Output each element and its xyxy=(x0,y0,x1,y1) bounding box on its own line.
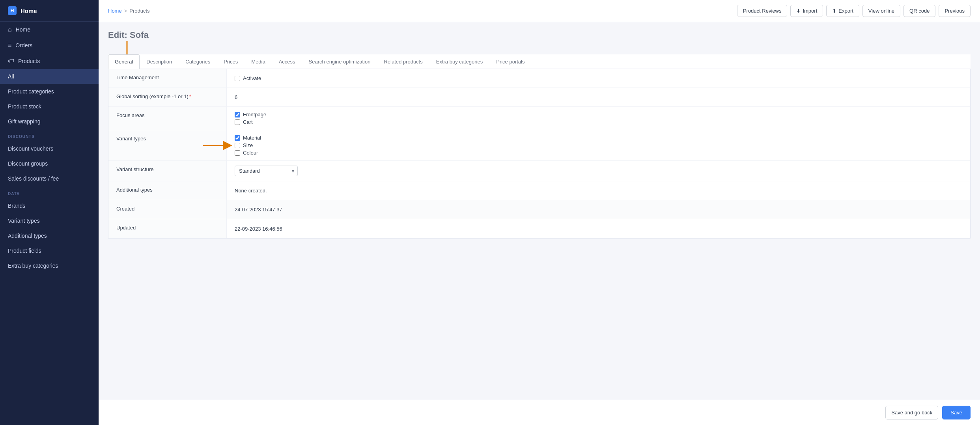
logo-icon: H xyxy=(8,6,17,15)
tab-description[interactable]: Description xyxy=(140,54,179,69)
breadcrumb: Home > Products xyxy=(108,8,150,14)
import-button[interactable]: ⬇ Import xyxy=(790,5,823,17)
export-icon: ⬆ xyxy=(832,8,836,14)
data-section-label: DATA xyxy=(0,186,99,198)
focus-cart-row: Cart xyxy=(235,119,253,125)
export-button[interactable]: ⬆ Export xyxy=(826,5,859,17)
variant-colour-row: Colour xyxy=(235,150,258,156)
variant-size-checkbox[interactable] xyxy=(235,143,240,148)
variant-size-row: Size xyxy=(235,142,253,148)
additional-types-label: Additional types xyxy=(108,181,227,200)
tab-media[interactable]: Media xyxy=(245,54,272,69)
time-management-checkbox[interactable] xyxy=(235,76,240,81)
tab-prices[interactable]: Prices xyxy=(217,54,245,69)
sidebar-all-label: All xyxy=(8,73,14,80)
sidebar-item-home-label: Home xyxy=(16,26,30,33)
orders-icon: ≡ xyxy=(8,42,11,49)
global-sorting-row: Global sorting (example -1 or 1) * 6 xyxy=(108,88,970,107)
tab-seo[interactable]: Search engine optimization xyxy=(302,54,377,69)
discounts-section-label: DISCOUNTS xyxy=(0,129,99,141)
sidebar-item-extra-buy-categories[interactable]: Extra buy categories xyxy=(0,258,99,273)
sidebar-item-home[interactable]: ⌂ Home xyxy=(0,22,99,37)
tab-extra-buy[interactable]: Extra buy categories xyxy=(429,54,490,69)
tab-related-products[interactable]: Related products xyxy=(377,54,429,69)
focus-frontpage-checkbox[interactable] xyxy=(235,112,240,117)
previous-button[interactable]: Previous xyxy=(939,5,971,17)
sidebar-item-gift-wrapping[interactable]: Gift wrapping xyxy=(0,114,99,129)
focus-cart-label[interactable]: Cart xyxy=(243,119,253,125)
breadcrumb-products: Products xyxy=(129,8,149,14)
variant-material-checkbox[interactable] xyxy=(235,135,240,141)
updated-value: 22-09-2023 16:46:56 xyxy=(227,219,970,238)
page-footer: Save and go back Save xyxy=(99,400,980,425)
created-label: Created xyxy=(108,200,227,219)
sidebar-product-stock-label: Product stock xyxy=(8,103,41,110)
sidebar-item-orders-label: Orders xyxy=(15,42,32,48)
breadcrumb-home[interactable]: Home xyxy=(108,8,122,14)
time-management-checkbox-label[interactable]: Activate xyxy=(243,75,261,81)
variant-colour-checkbox[interactable] xyxy=(235,150,240,156)
form-table: Time Management Activate Global sorting … xyxy=(108,69,971,239)
home-icon: ⌂ xyxy=(8,26,12,33)
variant-material-row: Material xyxy=(235,135,261,141)
main-content: Home > Products Product Reviews ⬇ Import… xyxy=(99,0,980,425)
variant-structure-label: Variant structure xyxy=(108,161,227,181)
sidebar-item-all[interactable]: All xyxy=(0,69,99,84)
sidebar-item-products-label: Products xyxy=(18,58,40,64)
sidebar-discount-vouchers-label: Discount vouchers xyxy=(8,145,53,152)
sidebar-item-product-fields[interactable]: Product fields xyxy=(0,243,99,258)
created-row: Created 24-07-2023 15:47:37 xyxy=(108,200,970,219)
sidebar-item-orders[interactable]: ≡ Orders xyxy=(0,37,99,53)
variant-types-row: Variant types Material xyxy=(108,130,970,161)
sidebar-sales-discounts-label: Sales discounts / fee xyxy=(8,175,59,182)
focus-frontpage-label[interactable]: Frontpage xyxy=(243,112,266,117)
sidebar-gift-wrapping-label: Gift wrapping xyxy=(8,118,40,125)
variant-colour-label[interactable]: Colour xyxy=(243,150,258,156)
created-value: 24-07-2023 15:47:37 xyxy=(227,200,970,219)
save-button[interactable]: Save xyxy=(942,406,971,419)
sidebar-item-product-stock[interactable]: Product stock xyxy=(0,99,99,114)
variant-types-value: Material Size Colour xyxy=(227,130,970,160)
variant-structure-select[interactable]: Standard Grid List xyxy=(235,166,298,176)
breadcrumb-separator: > xyxy=(124,8,127,14)
import-icon: ⬇ xyxy=(796,8,801,14)
time-management-checkbox-row: Activate xyxy=(235,75,261,81)
sidebar-product-categories-label: Product categories xyxy=(8,88,54,95)
tabs: General Description Categories Prices Me… xyxy=(108,54,971,69)
focus-areas-value: Frontpage Cart xyxy=(227,107,970,130)
sidebar-variant-types-label: Variant types xyxy=(8,218,40,224)
time-management-label: Time Management xyxy=(108,69,227,88)
product-reviews-button[interactable]: Product Reviews xyxy=(737,5,788,17)
sidebar-additional-types-label: Additional types xyxy=(8,233,47,239)
qr-code-button[interactable]: QR code xyxy=(903,5,935,17)
sidebar-item-brands[interactable]: Brands xyxy=(0,198,99,213)
sidebar-item-variant-types[interactable]: Variant types xyxy=(0,213,99,228)
variant-structure-value: Standard Grid List xyxy=(227,161,970,181)
tab-access[interactable]: Access xyxy=(272,54,302,69)
sidebar-logo[interactable]: H Home xyxy=(0,0,99,22)
save-go-back-button[interactable]: Save and go back xyxy=(885,406,938,419)
variant-material-label[interactable]: Material xyxy=(243,135,261,141)
sidebar-item-products[interactable]: 🏷 Products xyxy=(0,53,99,69)
sidebar-item-discount-groups[interactable]: Discount groups xyxy=(0,156,99,171)
sidebar-item-product-categories[interactable]: Product categories xyxy=(0,84,99,99)
required-star: * xyxy=(189,93,191,99)
time-management-row: Time Management Activate xyxy=(108,69,970,88)
products-icon: 🏷 xyxy=(8,58,14,65)
sidebar-discount-groups-label: Discount groups xyxy=(8,160,48,167)
sidebar-item-sales-discounts[interactable]: Sales discounts / fee xyxy=(0,171,99,186)
variant-size-label[interactable]: Size xyxy=(243,142,253,148)
page-content: Edit: Sofa General Description Categorie… xyxy=(99,22,980,400)
topbar-actions: Product Reviews ⬇ Import ⬆ Export View o… xyxy=(737,5,971,17)
tab-general[interactable]: General xyxy=(108,54,140,69)
focus-cart-checkbox[interactable] xyxy=(235,119,240,125)
sidebar-item-additional-types[interactable]: Additional types xyxy=(0,228,99,243)
time-management-value: Activate xyxy=(227,69,970,88)
page-title: Edit: Sofa xyxy=(108,30,149,40)
tab-price-portals[interactable]: Price portals xyxy=(489,54,531,69)
view-online-button[interactable]: View online xyxy=(862,5,900,17)
sidebar-item-discount-vouchers[interactable]: Discount vouchers xyxy=(0,141,99,156)
updated-label: Updated xyxy=(108,219,227,238)
tab-categories[interactable]: Categories xyxy=(179,54,217,69)
tabs-container: General Description Categories Prices Me… xyxy=(108,54,971,69)
